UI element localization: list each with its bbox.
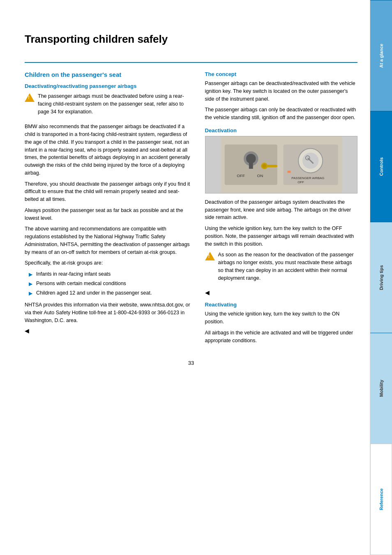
sidebar-tab-reference[interactable]: Reference	[370, 444, 392, 555]
sidebar-tab-driving-tips[interactable]: Driving tips	[370, 222, 392, 333]
reactivating-para1: Using the vehicle ignition key, turn the…	[205, 310, 357, 326]
sidebar-tab-at-a-glance[interactable]: At a glance	[370, 0, 392, 111]
page-number: 33	[25, 360, 357, 366]
warning-triangle-icon-2	[205, 252, 215, 260]
bullet-arrow-icon: ▶	[29, 280, 34, 288]
right-sidebar: At a glance Controls Driving tips Mobili…	[370, 0, 392, 555]
list-item: ▶ Persons with certain medical condition…	[29, 280, 193, 288]
para3: Always position the passenger seat as fa…	[25, 207, 193, 222]
warning-text-2: As soon as the reason for the deactivati…	[218, 251, 357, 282]
sidebar-tab-label: Reference	[379, 488, 384, 510]
reactivating-para2: All airbags in the vehicle are activated…	[205, 329, 357, 345]
sidebar-tab-controls[interactable]: Controls	[370, 111, 392, 222]
section-heading-children: Children on the passenger's seat	[25, 71, 193, 78]
bullet-arrow-icon: ▶	[29, 271, 34, 278]
list-item: ▶ Children aged 12 and under in the pass…	[29, 289, 193, 297]
warning-box-1: The passenger airbags must be deactivate…	[25, 92, 193, 119]
svg-text:OFF: OFF	[237, 173, 245, 177]
concept-para1: Passenger airbags can be deactivated/rea…	[205, 80, 357, 103]
svg-rect-17	[287, 171, 291, 173]
bullet-arrow-icon: ▶	[29, 290, 34, 297]
list-item-text: Children aged 12 and under in the passen…	[36, 289, 152, 297]
sidebar-tab-label: Mobility	[379, 380, 384, 397]
right-column: The concept Passenger airbags can be dea…	[205, 71, 357, 348]
reactivating-heading: Reactivating	[205, 302, 357, 308]
nhtsa-para: NHTSA provides this information via thei…	[25, 301, 193, 324]
end-mark: ◀	[25, 327, 29, 334]
main-content: Transporting children safely Children on…	[0, 0, 370, 555]
para1: BMW also recommends that the passenger a…	[25, 123, 193, 177]
sidebar-tab-mobility[interactable]: Mobility	[370, 333, 392, 444]
sidebar-tab-label: Driving tips	[379, 265, 384, 290]
svg-text:OFF: OFF	[297, 180, 304, 184]
svg-text:PASSENGER AIRBAG: PASSENGER AIRBAG	[291, 176, 324, 180]
two-column-layout: Children on the passenger's seat Deactiv…	[25, 71, 357, 348]
warning-text-1: The passenger airbags must be deactivate…	[38, 92, 193, 115]
list-item: ▶ Infants in rear-facing infant seats	[29, 270, 193, 278]
concept-para2: The passenger airbags can only be deacti…	[205, 106, 357, 122]
page-container: Transporting children safely Children on…	[0, 0, 392, 555]
svg-rect-4	[249, 161, 253, 169]
deactivation-heading: Deactivation	[205, 127, 357, 134]
deactivation-image: OFF ON PASSENGER AIRBAG OFF	[205, 136, 357, 193]
para5: Specifically, the at-risk groups are:	[25, 259, 193, 267]
at-risk-groups-list: ▶ Infants in rear-facing infant seats ▶ …	[29, 270, 193, 297]
divider	[25, 62, 357, 63]
sidebar-tab-label: Controls	[379, 157, 384, 176]
concept-heading: The concept	[205, 71, 357, 77]
svg-text:ON: ON	[257, 173, 263, 177]
warning-box-2: As soon as the reason for the deactivati…	[205, 251, 357, 285]
subsection-heading-deactivating: Deactivating/reactivating passenger airb…	[25, 83, 193, 89]
para2: Therefore, you should deactivate the pas…	[25, 180, 193, 203]
para4: The above warning and recommendations ar…	[25, 225, 193, 256]
deactivation-para1: Deactivation of the passenger airbags sy…	[205, 198, 357, 221]
deactivation-para2: Using the vehicle ignition key, turn the…	[205, 225, 357, 248]
svg-point-7	[262, 164, 266, 168]
left-column: Children on the passenger's seat Deactiv…	[25, 71, 193, 348]
page-title: Transporting children safely	[25, 33, 357, 50]
list-item-text: Infants in rear-facing infant seats	[36, 270, 111, 278]
end-mark-2: ◀	[205, 289, 210, 296]
deactivation-svg: OFF ON PASSENGER AIRBAG OFF	[205, 136, 357, 193]
warning-triangle-icon-1	[25, 93, 35, 102]
sidebar-tab-label: At a glance	[379, 44, 384, 68]
list-item-text: Persons with certain medical conditions	[36, 280, 126, 288]
